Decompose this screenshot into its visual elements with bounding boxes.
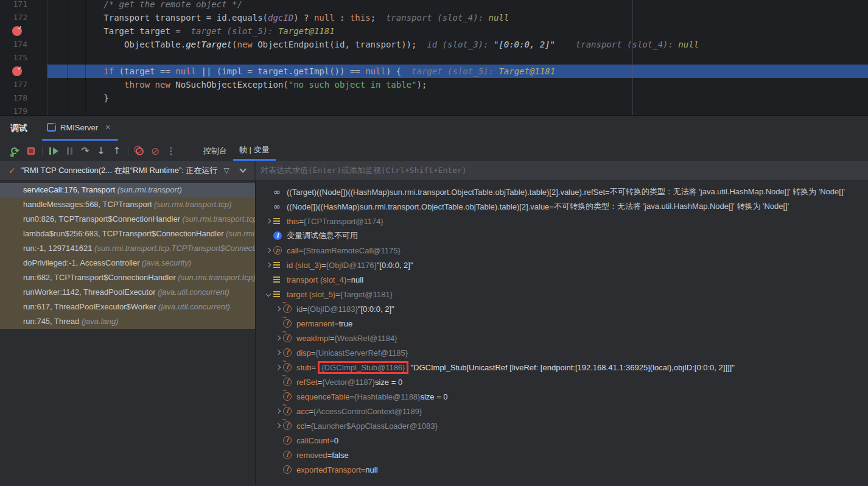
value-text: {ObjID@1176}	[326, 261, 377, 270]
watch-row[interactable]: ∞((Target)((Node[])((HashMap)sun.rmi.tra…	[263, 185, 868, 199]
value-text: =	[311, 348, 316, 357]
thread-selector[interactable]: ✓ "RMI TCP Connection(2... 在组“RMI Runtim…	[0, 161, 256, 180]
variable-row[interactable]: facc = {AccessControlContext@1189}	[263, 404, 868, 418]
rerun-icon: ⟳	[11, 145, 19, 157]
stack-frame[interactable]: lambda$run$256:683, TCPTransport$Connect…	[0, 227, 255, 241]
breakpoint-icon[interactable]	[12, 66, 22, 76]
resume-button[interactable]	[46, 143, 61, 159]
value-text: =	[299, 246, 304, 255]
code-line[interactable]: 179	[0, 105, 868, 116]
tab-rmiserver[interactable]: RMIServer ✕	[42, 116, 118, 141]
breakpoint-icon[interactable]	[12, 26, 22, 36]
field-icon: f	[283, 392, 292, 401]
value-text: weakImpl	[296, 334, 330, 343]
stack-frame[interactable]: serviceCall:176, Transport (sun.rmi.tran…	[0, 183, 255, 197]
chevron-right-icon[interactable]	[265, 248, 270, 253]
code-line[interactable]: 174 ObjectTable.getTarget(new ObjectEndp…	[0, 38, 868, 51]
code-line[interactable]: Target target = target (slot_5): Target@…	[0, 24, 868, 38]
watch-row[interactable]: ∞((Node[])((HashMap)sun.rmi.transport.Ob…	[263, 199, 868, 214]
mute-breakpoints-button[interactable]: ⊘	[147, 143, 163, 159]
variable-row[interactable]: fcallCount = 0	[263, 433, 868, 448]
ide-window: 171 /* get the remote object */172 Trans…	[0, 0, 868, 486]
stack-frame[interactable]: handleMessages:568, TCPTransport (sun.rm…	[0, 197, 255, 212]
chevron-right-icon[interactable]	[275, 365, 280, 370]
more-options-button[interactable]: ⋮	[163, 143, 179, 159]
stack-frame[interactable]: run:617, ThreadPoolExecutor$Worker (java…	[0, 300, 255, 314]
filter-icon[interactable]: ▽	[223, 166, 229, 175]
close-icon[interactable]: ✕	[105, 123, 111, 132]
chevron-down-icon[interactable]	[265, 292, 270, 297]
evaluate-expression-input[interactable]: 对表达式求值(Enter)或添加监视(Ctrl+Shift+Enter)	[256, 161, 868, 180]
value-text: disp	[296, 348, 311, 357]
pause-button[interactable]	[61, 143, 77, 159]
tab-console[interactable]: 控制台	[197, 141, 233, 161]
variable-row[interactable]: transport (slot_4) = null	[263, 272, 868, 287]
frame-package: (java.security)	[142, 258, 191, 267]
step-out-button[interactable]: ↑	[109, 143, 125, 159]
chevron-right-icon[interactable]	[275, 306, 280, 311]
code-line[interactable]: 172 Transport transport = id.equals(dgcI…	[0, 11, 868, 24]
variable-row[interactable]: frefSet = {Vector@1187} size = 0	[263, 375, 868, 389]
message-row[interactable]: i变量调试信息不可用	[263, 228, 868, 243]
value-text: ccl	[296, 421, 306, 431]
code-text: Target target = target (slot_5): Target@…	[52, 24, 335, 38]
variable-row[interactable]: pcall = {StreamRemoteCall@1175}	[263, 243, 868, 258]
step-into-button[interactable]: ↓	[93, 143, 109, 159]
chevron-right-icon[interactable]	[275, 336, 280, 340]
view-breakpoints-button[interactable]	[131, 143, 147, 159]
stack-frame[interactable]: run0:826, TCPTransport$ConnectionHandler…	[0, 212, 255, 227]
frame-package: (java.util.concurrent)	[158, 287, 229, 297]
annotated-value: {DGCImpl_Stub@1186}	[318, 361, 408, 374]
variable-row[interactable]: fid = {ObjID@1183} "[0:0:0, 2]"	[263, 301, 868, 316]
variable-row[interactable]: fccl = {Launcher$AppClassLoader@1083}	[263, 418, 868, 433]
variable-row[interactable]: fexportedTransport = null	[263, 462, 868, 477]
value-text: =	[306, 421, 311, 431]
rerun-button[interactable]: ⟳	[7, 143, 23, 159]
step-over-button[interactable]: ↷	[77, 143, 93, 159]
chevron-down-icon[interactable]	[239, 166, 246, 172]
value-text: id	[296, 305, 303, 314]
chevron-right-icon[interactable]	[265, 262, 270, 267]
variable-row[interactable]: fpermanent = true	[263, 316, 868, 331]
stack-frame[interactable]: run:-1, 1297141621 (sun.rmi.transport.tc…	[0, 241, 255, 256]
variable-row[interactable]: fweakImpl = {WeakRef@1184}	[263, 331, 868, 345]
stack-frame[interactable]: runWorker:1142, ThreadPoolExecutor (java…	[0, 285, 255, 300]
code-line[interactable]: 177 throw new NoSuchObjectException("no …	[0, 78, 868, 91]
variable-row[interactable]: this = {TCPTransport@1174}	[263, 214, 868, 228]
variable-row[interactable]: fsequenceTable = {Hashtable@1188} size =…	[263, 389, 868, 404]
chevron-right-icon[interactable]	[275, 350, 280, 355]
stack-frame[interactable]: doPrivileged:-1, AccessController (java.…	[0, 256, 255, 270]
code-editor[interactable]: 171 /* get the remote object */172 Trans…	[0, 0, 868, 116]
variable-row[interactable]: fremoved = false	[263, 448, 868, 462]
frame-package: (sun.rmi.transport.tcp)	[183, 214, 255, 224]
value-text: =	[549, 202, 554, 211]
chevron-right-icon[interactable]	[275, 423, 280, 428]
value-text: 变量调试信息不可用	[287, 230, 358, 241]
stack-frame[interactable]: run:682, TCPTransport$ConnectionHandler …	[0, 270, 255, 285]
value-text: exportedTransport	[296, 465, 361, 474]
code-text: Transport transport = id.equals(dgcID) ?…	[52, 11, 509, 24]
value-text: {ObjID@1183}	[307, 305, 358, 314]
variable-row[interactable]: fstub = {DGCImpl_Stub@1186} "DGCImpl_Stu…	[263, 360, 868, 375]
chevron-right-icon[interactable]	[275, 409, 280, 414]
code-line[interactable]: if (target == null || (impl = target.get…	[0, 65, 868, 78]
stack-frame[interactable]: run:745, Thread (java.lang)	[0, 314, 255, 329]
frame-location: run:682, TCPTransport$ConnectionHandler	[23, 273, 178, 282]
value-text: permanent	[296, 319, 334, 328]
variable-row[interactable]: id (slot_3) = {ObjID@1176} "[0:0:0, 2]"	[263, 258, 868, 272]
value-text: =	[318, 378, 323, 387]
code-line[interactable]: 171 /* get the remote object */	[0, 0, 868, 11]
code-line[interactable]: 178 }	[0, 91, 868, 105]
tab-frames-variables[interactable]: 帧 | 变量	[233, 141, 276, 161]
code-line[interactable]: 175	[0, 51, 868, 65]
chevron-right-icon[interactable]	[265, 219, 270, 224]
stop-button[interactable]	[23, 143, 39, 159]
frame-package: (sun.rmi.transport)	[117, 185, 182, 194]
variable-row[interactable]: target (slot_5) = {Target@1181}	[263, 287, 868, 301]
toolbar-separator	[128, 146, 128, 156]
local-variable-icon	[273, 291, 280, 298]
variable-row[interactable]: fdisp = {UnicastServerRef@1185}	[263, 345, 868, 360]
value-text: =	[321, 261, 326, 270]
line-number: 172	[0, 11, 27, 24]
value-text: true	[339, 319, 352, 328]
